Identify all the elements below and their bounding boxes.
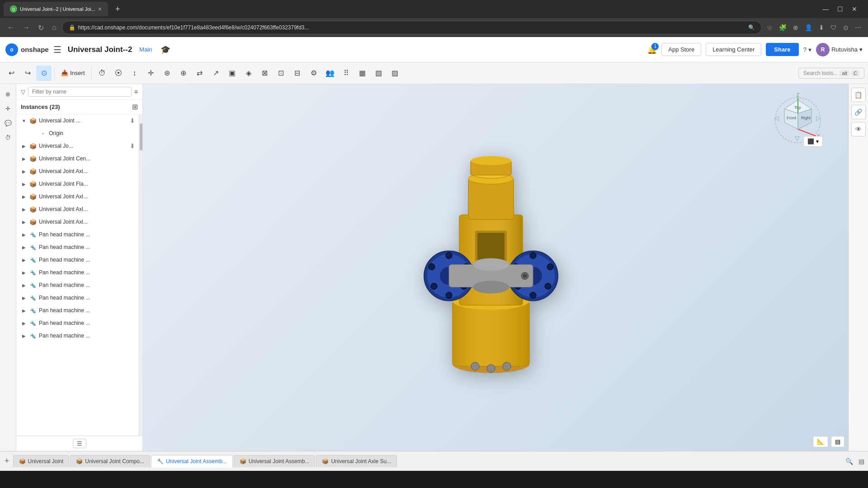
help-button[interactable]: ? ▾ — [803, 46, 812, 53]
tree-item-uj-axl4[interactable]: ▶ 📦 Universal Joint Axl... — [16, 216, 139, 228]
active-browser-tab[interactable]: o Universal Joint--2 | Universal Joi... … — [4, 2, 108, 16]
tree-item-pan-head-5[interactable]: ▶ 🔩 Pan head machine ... — [16, 279, 139, 291]
tool-curve[interactable]: ↗ — [208, 66, 224, 81]
bottom-tab-2[interactable]: 📦 Universal Joint Compo... — [70, 455, 150, 467]
redo-button[interactable]: ↪ — [20, 66, 35, 81]
tab-action-btn-2[interactable]: ▤ — [857, 456, 866, 467]
viewport-tool-2[interactable]: ▤ — [831, 436, 844, 447]
right-panel-btn-1[interactable]: 📋 — [851, 88, 866, 102]
tree-item-uj-cen[interactable]: ▶ 📦 Universal Joint Cen... — [16, 152, 139, 165]
tab-close-button[interactable]: × — [98, 5, 102, 13]
tool-box2[interactable]: ◈ — [241, 66, 256, 81]
bookmark-icon[interactable]: ☆ — [764, 22, 775, 33]
tool-panel2[interactable]: ▧ — [371, 66, 387, 81]
expand-panel-button[interactable]: ☰ — [73, 439, 86, 448]
translate-icon[interactable]: ⊕ — [791, 22, 801, 33]
tree-item-pan-head-6[interactable]: ▶ 🔩 Pan head machine ... — [16, 291, 139, 304]
share-button[interactable]: Share — [766, 43, 798, 56]
tool-circle1[interactable]: ⦿ — [111, 66, 126, 81]
tool-arrow[interactable]: ↕ — [127, 66, 142, 81]
tool-people[interactable]: 👥 — [322, 66, 338, 81]
tool-box4[interactable]: ⊡ — [274, 66, 289, 81]
bottom-tab-3[interactable]: 🔧 Universal Joint Assemb... — [151, 455, 233, 468]
download-icon[interactable]: ⬇ — [816, 22, 826, 33]
tree-item-uj-fla[interactable]: ▶ 📦 Universal Joint Fla... — [16, 178, 139, 190]
view-dropdown-button[interactable]: ⬛ ▾ — [803, 136, 823, 147]
minimize-button[interactable]: — — [819, 3, 832, 15]
hamburger-menu[interactable]: ☰ — [53, 44, 61, 55]
tool-grid[interactable]: ⠿ — [339, 66, 354, 81]
tool-box5[interactable]: ⊟ — [290, 66, 305, 81]
svg-point-51 — [487, 365, 495, 373]
home-button[interactable]: ⌂ — [49, 22, 59, 33]
new-tab-button[interactable]: + — [112, 3, 124, 16]
back-button[interactable]: ← — [5, 22, 17, 33]
add-tab-button[interactable]: + — [2, 455, 12, 468]
notification-button[interactable]: 🔔 1 — [647, 45, 657, 55]
3d-viewport[interactable]: Top Front Right X Z ◁ ▷ ▽ ⬛ ▾ — [143, 84, 868, 451]
tool-link[interactable]: ⇄ — [192, 66, 208, 81]
bottom-tab-1[interactable]: 📦 Universal Joint — [13, 455, 70, 467]
tool-panel3[interactable]: ▨ — [387, 66, 403, 81]
forward-button[interactable]: → — [20, 22, 33, 33]
filter-input[interactable] — [28, 87, 132, 97]
tool-timer[interactable]: ⏱ — [94, 66, 110, 81]
user-profile-icon[interactable]: ⊙ — [841, 22, 851, 33]
tool-rotate[interactable]: ⊛ — [160, 66, 175, 81]
tool-box1[interactable]: ▣ — [225, 66, 240, 81]
view-dropdown[interactable]: ⬛ ▾ — [803, 136, 823, 147]
filter-icon[interactable]: ▽ — [21, 89, 25, 95]
profile-icon[interactable]: 👤 — [802, 22, 815, 33]
app-store-button[interactable]: App Store — [661, 43, 701, 56]
tool-move[interactable]: ✛ — [143, 66, 159, 81]
left-tool-comment[interactable]: 💬 — [2, 117, 14, 129]
tree-item-pan-head-7[interactable]: ▶ 🔩 Pan head machine ... — [16, 304, 139, 317]
left-tool-select[interactable]: ⊕ — [2, 88, 14, 100]
tree-item-pan-head-2[interactable]: ▶ 🔩 Pan head machine ... — [16, 241, 139, 253]
graduation-icon[interactable]: 🎓 — [160, 45, 170, 55]
scrollbar-thumb[interactable] — [140, 123, 142, 150]
sidebar-scrollbar[interactable] — [139, 114, 142, 436]
left-tool-add[interactable]: ✛ — [2, 102, 14, 115]
bottom-tab-4[interactable]: 📦 Universal Joint Assemb... — [234, 455, 316, 467]
viewport-tool-1[interactable]: 📐 — [813, 436, 828, 447]
select-button[interactable]: ⊙ — [36, 66, 52, 81]
svg-point-39 — [530, 253, 536, 259]
tree-item-uj-axl2[interactable]: ▶ 📦 Universal Joint Axl... — [16, 190, 139, 203]
tree-item-universal-joint-root[interactable]: ▼ 📦 Universal Joint ... ⬇ — [16, 114, 139, 127]
tool-box3[interactable]: ⊠ — [257, 66, 273, 81]
security-icon[interactable]: 🛡 — [828, 22, 839, 33]
insert-button[interactable]: 📥 Insert — [57, 68, 89, 78]
right-panel-btn-2[interactable]: 🔗 — [851, 105, 866, 119]
tool-panel1[interactable]: ▦ — [355, 66, 370, 81]
extensions-icon[interactable]: 🧩 — [777, 22, 789, 33]
bottom-tab-5[interactable]: 📦 Universal Joint Axle Su... — [316, 455, 397, 467]
tree-item-origin[interactable]: ● Origin — [16, 127, 139, 140]
address-bar[interactable]: 🔒 https://cad.onshape.com/documents/ef10… — [62, 21, 762, 34]
refresh-button[interactable]: ↻ — [35, 22, 47, 34]
tree-item-pan-head-1[interactable]: ▶ 🔩 Pan head machine ... — [16, 228, 139, 241]
maximize-button[interactable]: ☐ — [834, 3, 846, 15]
tree-item-universal-jo[interactable]: ▶ 📦 Universal Jo... ⬇ — [16, 140, 139, 152]
tool-gear[interactable]: ⚙ — [306, 66, 321, 81]
list-view-button[interactable]: ≡ — [134, 88, 138, 95]
learning-center-button[interactable]: Learning Center — [706, 43, 761, 56]
tab-action-btn-1[interactable]: 🔍 — [844, 456, 855, 467]
close-button[interactable]: ✕ — [848, 3, 861, 15]
tree-item-pan-head-4[interactable]: ▶ 🔩 Pan head machine ... — [16, 266, 139, 279]
tree-item-pan-head-8[interactable]: ▶ 🔩 Pan head machine ... — [16, 317, 139, 329]
search-tools-input[interactable]: Search tools... alt C — [798, 68, 864, 79]
tree-item-pan-head-9[interactable]: ▶ 🔩 Pan head machine ... — [16, 329, 139, 342]
tree-item-uj-axl3[interactable]: ▶ 📦 Universal Joint Axl... — [16, 203, 139, 216]
tree-item-pan-head-3[interactable]: ▶ 🔩 Pan head machine ... — [16, 253, 139, 266]
branch-name[interactable]: Main — [139, 46, 152, 53]
tree-item-uj-axl1[interactable]: ▶ 📦 Universal Joint Axl... — [16, 165, 139, 178]
user-menu-button[interactable]: R Rutuvisha ▾ — [816, 43, 863, 56]
undo-button[interactable]: ↩ — [4, 66, 19, 81]
left-tool-clock[interactable]: ⏱ — [2, 131, 14, 144]
instances-expand-button[interactable]: ⊞ — [132, 103, 138, 111]
tool-cross[interactable]: ⊕ — [176, 66, 191, 81]
right-panel-btn-3[interactable]: 👁 — [851, 122, 866, 136]
screw-icon: 🔩 — [29, 294, 37, 302]
more-options-icon[interactable]: ⋯ — [853, 22, 863, 33]
